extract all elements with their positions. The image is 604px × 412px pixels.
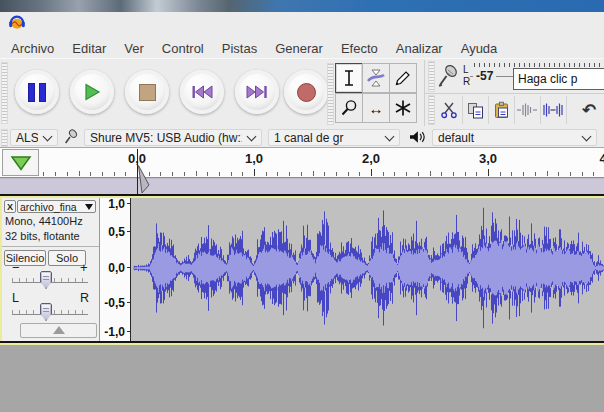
menu-generar[interactable]: Generar xyxy=(266,41,332,56)
amplitude-label: -0,5 xyxy=(100,297,125,309)
trim-audio-button[interactable] xyxy=(514,96,541,124)
menu-editar[interactable]: Editar xyxy=(63,41,115,56)
selection-tool-button[interactable] xyxy=(335,63,363,93)
timeline-tick xyxy=(547,171,548,176)
pause-icon xyxy=(28,83,46,102)
timeline-tick xyxy=(207,172,208,176)
timeline-tick xyxy=(383,172,384,176)
recording-device-select[interactable]: Shure MV5: USB Audio (hw:1,0 xyxy=(84,129,262,146)
menu-ayuda[interactable]: Ayuda xyxy=(452,41,507,56)
menu-archivo[interactable]: Archivo xyxy=(2,41,63,56)
close-track-button[interactable]: X xyxy=(4,200,16,213)
amplitude-tick xyxy=(127,231,130,232)
skip-to-start-button[interactable] xyxy=(180,70,224,114)
draw-tool-icon xyxy=(394,69,412,87)
meter-scale-ticks xyxy=(474,63,604,67)
menubar: Archivo Editar Ver Control Pistas Genera… xyxy=(0,38,604,58)
multi-tool-icon xyxy=(394,99,412,117)
play-button[interactable] xyxy=(70,70,114,114)
transport-toolbar xyxy=(0,59,332,126)
recording-device-value: Shure MV5: USB Audio (hw:1,0 xyxy=(90,131,242,145)
skip-to-end-button[interactable] xyxy=(235,70,279,114)
pan-slider-thumb[interactable] xyxy=(40,303,52,321)
timeshift-tool-button[interactable]: ↔ xyxy=(362,93,390,123)
menu-pistas[interactable]: Pistas xyxy=(213,41,266,56)
edit-toolbar-grip[interactable] xyxy=(428,95,435,125)
record-meter-mic-icon xyxy=(436,63,460,89)
meter-toolbar-grip[interactable] xyxy=(428,61,435,92)
timeline-ruler[interactable]: 0,01,02,03,04, xyxy=(0,148,604,178)
timeline-tick xyxy=(324,172,325,176)
device-toolbar-grip[interactable] xyxy=(1,129,8,147)
timeline-tick xyxy=(67,172,68,176)
timeline-tick xyxy=(231,172,232,176)
stop-button[interactable] xyxy=(125,70,169,114)
output-device-speaker-icon xyxy=(408,130,426,144)
pause-button[interactable] xyxy=(15,70,59,114)
track-name: archivo_fina xyxy=(20,201,85,213)
trim-audio-icon xyxy=(516,101,538,119)
menu-efecto[interactable]: Efecto xyxy=(332,41,387,56)
zoom-tool-button[interactable] xyxy=(335,93,363,123)
record-button[interactable] xyxy=(284,70,328,114)
timeline-tick xyxy=(570,172,571,176)
paste-icon xyxy=(492,101,511,120)
timeline-tick xyxy=(79,171,80,176)
cut-button[interactable] xyxy=(436,96,463,124)
amplitude-tick xyxy=(127,302,130,303)
recording-channels-select[interactable]: 1 canal de gr xyxy=(268,129,400,146)
collapse-track-button[interactable] xyxy=(20,323,97,338)
timeline-tick xyxy=(441,172,442,176)
recording-meter-toolbar: L R -57 Haga clic p xyxy=(424,59,604,93)
timeline-label: 4, xyxy=(590,151,604,166)
multi-tool-button[interactable] xyxy=(389,93,417,123)
undo-button[interactable]: ↶ xyxy=(576,96,602,124)
timeline-tick xyxy=(535,172,536,176)
meter-tooltip: Haga clic p xyxy=(513,68,604,90)
timeline-tick xyxy=(114,172,115,176)
audacity-window: Archivo Editar Ver Control Pistas Genera… xyxy=(0,0,604,412)
amplitude-label: -1,0 xyxy=(100,326,125,338)
menu-analizar[interactable]: Analizar xyxy=(387,41,452,56)
draw-tool-button[interactable] xyxy=(389,63,417,93)
envelope-tool-icon xyxy=(366,68,386,88)
timeline-tick xyxy=(348,172,349,176)
device-toolbar: ALSA Shure MV5: USB Audio (hw:1,0 1 cana… xyxy=(0,127,604,148)
zoom-tool-icon xyxy=(340,99,358,117)
skip-to-start-icon xyxy=(191,85,213,99)
timeline-tick xyxy=(313,171,314,176)
playback-device-select[interactable]: default xyxy=(432,129,597,146)
gain-min-label: − xyxy=(12,260,20,275)
silence-audio-button[interactable] xyxy=(540,96,567,124)
gain-slider-thumb[interactable] xyxy=(40,271,52,289)
track-name-dropdown[interactable]: archivo_fina xyxy=(17,200,96,213)
timeline-tick xyxy=(55,172,56,176)
mute-button[interactable]: Silencio xyxy=(4,250,46,266)
panel-separator xyxy=(2,246,99,247)
track-format-line1: Mono, 44100Hz xyxy=(5,215,83,227)
tools-toolbar-grip[interactable] xyxy=(327,63,334,125)
scrub-ruler[interactable] xyxy=(0,178,604,194)
menu-ver[interactable]: Ver xyxy=(115,41,153,56)
timeline-tick xyxy=(453,172,454,176)
copy-button[interactable] xyxy=(462,96,489,124)
transport-toolbar-grip[interactable] xyxy=(1,62,8,124)
menu-control[interactable]: Control xyxy=(153,41,213,56)
amplitude-ruler[interactable]: 1,0 0,5 0,0 -0,5 -1,0 xyxy=(100,198,131,341)
meter-left-label: L xyxy=(463,64,469,75)
timeline-tick xyxy=(196,171,197,176)
stop-icon xyxy=(139,84,156,101)
waveform-canvas[interactable] xyxy=(131,198,604,341)
desktop-wallpaper xyxy=(0,0,604,12)
audio-host-select[interactable]: ALSA xyxy=(10,129,58,146)
play-icon xyxy=(83,83,101,101)
recording-channels-value: 1 canal de gr xyxy=(274,131,380,145)
timeline-tick xyxy=(172,172,173,176)
window-header: Archivo Editar Ver Control Pistas Genera… xyxy=(0,12,604,58)
timeline-tick xyxy=(90,172,91,176)
collapse-triangle-icon xyxy=(53,320,65,334)
track-menu-triangle-icon xyxy=(85,204,93,214)
audio-host-value: ALSA xyxy=(16,131,38,145)
envelope-tool-button[interactable] xyxy=(362,63,390,93)
paste-button[interactable] xyxy=(488,96,515,124)
